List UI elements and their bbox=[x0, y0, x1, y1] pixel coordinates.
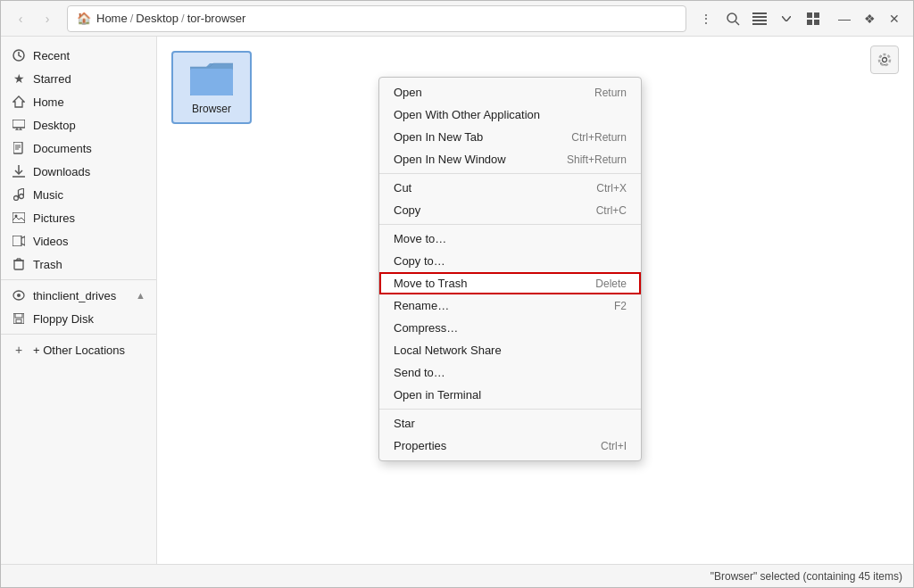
svg-rect-3 bbox=[752, 16, 767, 18]
sidebar-label-recent: Recent bbox=[33, 49, 70, 62]
cm-open-new-window-label: Open In New Window bbox=[394, 153, 506, 166]
cm-compress-label: Compress… bbox=[394, 321, 458, 335]
context-menu-copy-to[interactable]: Copy to… bbox=[379, 250, 641, 272]
sidebar-item-trash[interactable]: Trash bbox=[1, 253, 156, 276]
view-grid-button[interactable] bbox=[801, 6, 826, 31]
sidebar-item-starred[interactable]: ★ Starred bbox=[1, 67, 156, 90]
sidebar-item-floppy[interactable]: Floppy Disk bbox=[1, 307, 156, 330]
sidebar-label-starred: Starred bbox=[33, 72, 71, 86]
other-section: + + Other Locations bbox=[1, 334, 156, 361]
maximize-button[interactable]: ❖ bbox=[858, 7, 881, 30]
context-menu-open-terminal[interactable]: Open in Terminal bbox=[379, 384, 641, 406]
sidebar-label-home: Home bbox=[33, 95, 64, 109]
cm-properties-shortcut: Ctrl+I bbox=[601, 440, 627, 452]
content-area: Browser Open Return Open With Other Appl… bbox=[157, 37, 913, 564]
path-home: Home bbox=[96, 12, 128, 25]
cm-rename-label: Rename… bbox=[394, 299, 449, 312]
sidebar-item-other-locations[interactable]: + + Other Locations bbox=[1, 338, 156, 361]
context-menu-move-to[interactable]: Move to… bbox=[379, 228, 641, 250]
cm-copy-to-label: Copy to… bbox=[394, 254, 445, 268]
cm-cut-shortcut: Ctrl+X bbox=[596, 182, 627, 195]
status-text: "Browser" selected (containing 45 items) bbox=[710, 570, 902, 583]
main-area: Recent ★ Starred Home Desktop bbox=[1, 37, 913, 564]
sidebar-label-music: Music bbox=[33, 188, 63, 202]
window-controls: — ❖ ✕ bbox=[833, 7, 906, 30]
svg-rect-7 bbox=[814, 12, 819, 18]
context-menu-local-network-share[interactable]: Local Network Share bbox=[379, 339, 641, 361]
titlebar-actions: ⋮ bbox=[694, 6, 826, 31]
context-menu-open[interactable]: Open Return bbox=[379, 81, 641, 104]
svg-line-26 bbox=[19, 188, 24, 190]
context-menu-open-with[interactable]: Open With Other Application bbox=[379, 104, 641, 126]
sidebar-item-desktop[interactable]: Desktop bbox=[1, 113, 156, 137]
back-button[interactable]: ‹ bbox=[8, 6, 33, 31]
home-sidebar-icon bbox=[12, 95, 26, 109]
folder-browser[interactable]: Browser bbox=[171, 51, 252, 124]
sidebar-item-home[interactable]: Home bbox=[1, 90, 156, 113]
svg-rect-27 bbox=[12, 212, 25, 223]
sidebar-item-recent[interactable]: Recent bbox=[1, 44, 156, 67]
cm-open-new-window-shortcut: Shift+Return bbox=[567, 153, 627, 166]
forward-button[interactable]: › bbox=[35, 6, 60, 31]
view-dropdown-button[interactable] bbox=[774, 6, 799, 31]
cm-move-to-trash-shortcut: Delete bbox=[595, 277, 627, 290]
svg-rect-8 bbox=[807, 20, 812, 25]
sidebar-item-pictures[interactable]: Pictures bbox=[1, 206, 156, 229]
path-sep-2: / bbox=[181, 12, 185, 25]
cm-open-new-tab-shortcut: Ctrl+Return bbox=[571, 131, 627, 144]
cm-star-label: Star bbox=[394, 417, 415, 430]
search-button[interactable] bbox=[720, 6, 745, 31]
context-menu-send-to[interactable]: Send to… bbox=[379, 361, 641, 384]
cm-sep-3 bbox=[379, 409, 641, 410]
documents-icon bbox=[12, 141, 26, 155]
path-desktop: Desktop bbox=[136, 12, 179, 25]
starred-icon: ★ bbox=[12, 71, 26, 86]
cm-sep-1 bbox=[379, 173, 641, 174]
floppy-icon bbox=[12, 311, 26, 326]
svg-rect-6 bbox=[807, 12, 812, 18]
cm-sep-2 bbox=[379, 224, 641, 225]
music-icon bbox=[12, 187, 26, 202]
address-bar[interactable]: 🏠 Home / Desktop / tor-browser bbox=[67, 5, 686, 32]
home-icon: 🏠 bbox=[77, 12, 91, 25]
svg-point-22 bbox=[14, 196, 19, 201]
cm-open-with-label: Open With Other Application bbox=[394, 108, 540, 121]
eject-button[interactable]: ▲ bbox=[136, 290, 145, 301]
context-menu-cut[interactable]: Cut Ctrl+X bbox=[379, 177, 641, 199]
context-menu-open-new-window[interactable]: Open In New Window Shift+Return bbox=[379, 148, 641, 170]
context-menu-copy[interactable]: Copy Ctrl+C bbox=[379, 199, 641, 221]
svg-rect-9 bbox=[814, 20, 819, 25]
sidebar-label-trash: Trash bbox=[33, 258, 62, 271]
context-menu-rename[interactable]: Rename… F2 bbox=[379, 294, 641, 317]
folder-icon bbox=[188, 60, 235, 99]
minimize-button[interactable]: — bbox=[833, 7, 856, 30]
thinclient-icon bbox=[12, 288, 26, 302]
more-options-button[interactable]: ⋮ bbox=[694, 6, 719, 31]
folder-name: Browser bbox=[192, 103, 231, 115]
cm-move-to-trash-label: Move to Trash bbox=[394, 277, 467, 290]
cm-copy-shortcut: Ctrl+C bbox=[596, 204, 627, 217]
view-list-icon bbox=[752, 12, 767, 25]
sidebar-label-floppy: Floppy Disk bbox=[33, 312, 94, 326]
view-list-button[interactable] bbox=[747, 6, 772, 31]
svg-rect-12 bbox=[12, 120, 25, 128]
context-menu-open-new-tab[interactable]: Open In New Tab Ctrl+Return bbox=[379, 126, 641, 148]
context-menu-compress[interactable]: Compress… bbox=[379, 317, 641, 339]
sidebar-item-videos[interactable]: Videos bbox=[1, 229, 156, 253]
context-menu-star[interactable]: Star bbox=[379, 412, 641, 435]
videos-icon bbox=[12, 234, 26, 248]
sidebar-item-music[interactable]: Music bbox=[1, 183, 156, 206]
gear-button[interactable] bbox=[870, 46, 899, 74]
other-locations-icon: + bbox=[12, 343, 26, 357]
sidebar-item-documents[interactable]: Documents bbox=[1, 137, 156, 160]
sidebar-item-thinclient[interactable]: thinclient_drives ▲ bbox=[1, 284, 156, 307]
cm-open-terminal-label: Open in Terminal bbox=[394, 388, 481, 402]
grid-icon bbox=[807, 12, 819, 25]
context-menu-move-to-trash[interactable]: Move to Trash Delete bbox=[379, 272, 641, 294]
close-button[interactable]: ✕ bbox=[883, 7, 906, 30]
cm-copy-label: Copy bbox=[394, 203, 420, 217]
svg-rect-5 bbox=[752, 23, 767, 25]
context-menu-properties[interactable]: Properties Ctrl+I bbox=[379, 435, 641, 457]
sidebar-item-downloads[interactable]: Downloads bbox=[1, 160, 156, 183]
svg-rect-42 bbox=[190, 69, 233, 95]
